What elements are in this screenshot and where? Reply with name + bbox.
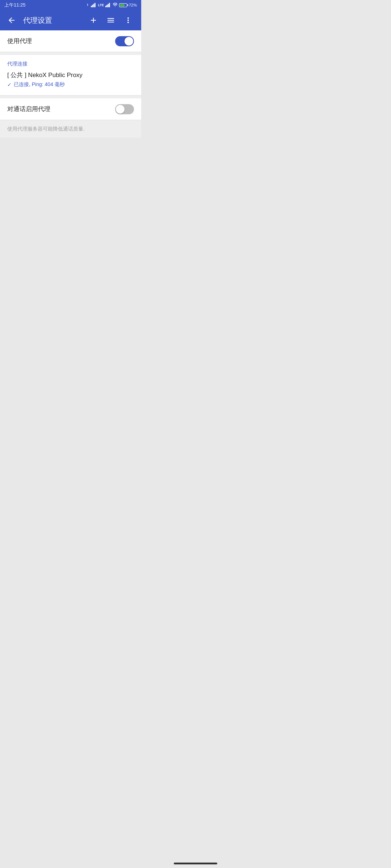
status-icons: LTE 72% [85, 3, 137, 7]
call-proxy-label: 对通话启用代理 [7, 105, 50, 113]
svg-rect-0 [91, 6, 92, 7]
proxy-status: ✓ 已连接, Ping: 404 毫秒 [7, 81, 134, 88]
bluetooth-icon [85, 3, 89, 7]
svg-rect-6 [108, 4, 109, 7]
add-button[interactable] [86, 14, 101, 26]
back-button[interactable] [6, 14, 17, 26]
proxy-connection-section[interactable]: 代理连接 [ 公共 ] NekoX Public Proxy ✓ 已连接, Pi… [0, 55, 141, 95]
use-proxy-toggle-thumb [125, 37, 133, 46]
more-button[interactable] [121, 14, 135, 26]
call-proxy-row: 对通话启用代理 [0, 98, 141, 120]
section-gap-2 [0, 95, 141, 98]
svg-rect-5 [106, 5, 108, 7]
use-proxy-row: 使用代理 [0, 30, 141, 52]
sort-button[interactable] [104, 14, 118, 26]
svg-rect-1 [92, 5, 93, 7]
section-gap-1 [0, 52, 141, 55]
use-proxy-label: 使用代理 [7, 37, 32, 45]
lte-badge: LTE [98, 3, 104, 7]
use-proxy-toggle[interactable] [115, 36, 134, 46]
svg-rect-7 [109, 3, 110, 7]
battery-percent: 72% [129, 3, 137, 7]
signal-icon-2 [105, 3, 111, 7]
content: 使用代理 代理连接 [ 公共 ] NekoX Public Proxy ✓ 已连… [0, 30, 141, 138]
proxy-name: [ 公共 ] NekoX Public Proxy [7, 71, 134, 79]
proxy-section-title: 代理连接 [7, 61, 134, 67]
call-proxy-toggle[interactable] [115, 104, 134, 114]
battery-indicator: 72% [119, 3, 137, 7]
back-arrow-icon [7, 16, 16, 25]
proxy-status-text: 已连接, Ping: 404 毫秒 [14, 81, 65, 88]
app-bar-actions [86, 14, 135, 26]
add-icon [89, 16, 98, 25]
svg-rect-2 [93, 4, 94, 7]
svg-rect-4 [105, 6, 106, 7]
signal-icon-1 [91, 3, 97, 7]
more-vert-icon [124, 16, 133, 25]
check-icon: ✓ [7, 82, 12, 88]
hint-text: 使用代理服务器可能降低通话质量. [0, 120, 141, 138]
app-bar: 代理设置 [0, 10, 141, 30]
status-bar: 上午11:25 LTE 72% [0, 0, 141, 10]
hint-text-content: 使用代理服务器可能降低通话质量. [7, 126, 85, 132]
page-title: 代理设置 [23, 16, 80, 25]
svg-rect-3 [94, 3, 96, 7]
menu-icon [106, 16, 115, 25]
status-time: 上午11:25 [4, 2, 26, 8]
wifi-icon [113, 3, 118, 7]
call-proxy-toggle-thumb [116, 105, 125, 114]
